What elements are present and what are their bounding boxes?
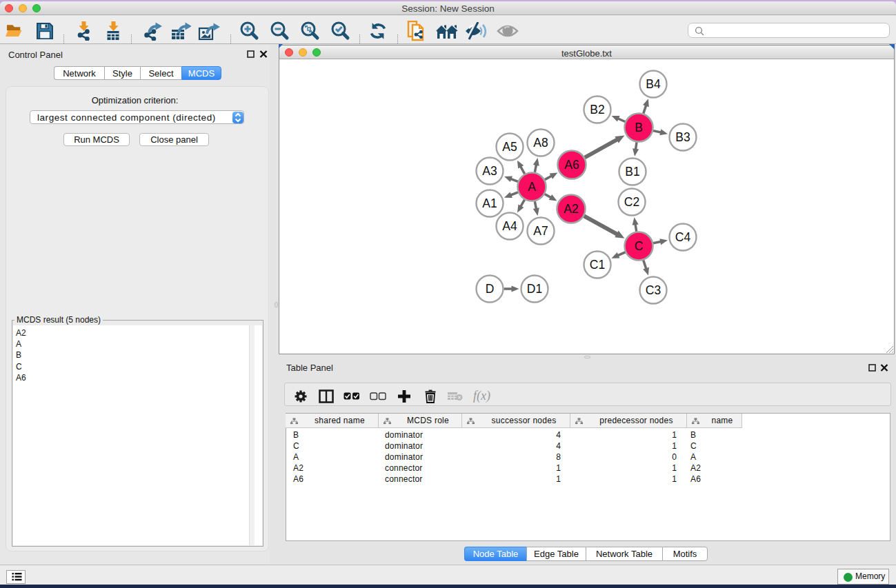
svg-text:A8: A8: [533, 136, 548, 150]
svg-text:C2: C2: [624, 195, 639, 209]
svg-text:A1: A1: [482, 196, 497, 210]
svg-text:B4: B4: [646, 77, 661, 91]
svg-text:A7: A7: [533, 224, 548, 238]
svg-text:A4: A4: [502, 219, 517, 233]
svg-text:D1: D1: [527, 282, 542, 296]
svg-text:A: A: [528, 180, 536, 194]
svg-text:B3: B3: [675, 130, 690, 144]
svg-text:A3: A3: [482, 164, 497, 178]
svg-text:B2: B2: [590, 103, 604, 116]
svg-text:B1: B1: [625, 165, 639, 179]
svg-text:C3: C3: [646, 283, 661, 297]
svg-text:D: D: [486, 282, 495, 296]
svg-text:B: B: [635, 121, 643, 134]
svg-text:C4: C4: [675, 230, 691, 244]
svg-text:A6: A6: [564, 158, 579, 172]
svg-text:C1: C1: [590, 258, 605, 272]
svg-text:C: C: [635, 239, 644, 253]
svg-text:A2: A2: [564, 202, 578, 216]
svg-text:A5: A5: [502, 140, 517, 154]
